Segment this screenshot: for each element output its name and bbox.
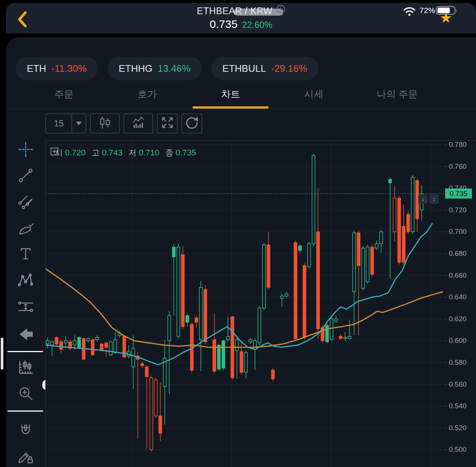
indicators-button[interactable] (123, 113, 153, 133)
chart-object-icon[interactable] (17, 359, 35, 378)
price-axis-label: 0.720 (449, 206, 467, 214)
ohlc-legend: 시0.720 고0.743 저0.710 종0.735 (50, 147, 202, 158)
brush-icon[interactable] (17, 220, 34, 238)
gap-band (0, 33, 476, 37)
indicators-icon (131, 115, 146, 132)
header-bar: ETHBEAR / KRW 0.73522.60% 72% ★ (6, 3, 476, 34)
trendline-icon[interactable] (17, 167, 34, 186)
price-axis-label: 0.680 (449, 249, 467, 258)
price-axis-label: 0.560 (449, 380, 467, 389)
tab-my-orders[interactable]: 나의 주문 (356, 83, 439, 106)
legend-low-value: 0.710 (139, 148, 159, 158)
app-screen: ETHBEAR / KRW 0.73522.60% 72% ★ ETH -11 (0, 0, 476, 467)
zoom-in-icon[interactable] (17, 385, 34, 403)
status-bar-right: 72% ★ (400, 4, 467, 33)
text-tool-icon[interactable] (17, 245, 34, 264)
collapse-arrow-icon[interactable] (17, 327, 34, 343)
tab-chart[interactable]: 차트 (189, 83, 272, 106)
tab-order[interactable]: 주문 (22, 83, 106, 106)
info-icon[interactable] (276, 4, 285, 15)
price-chart[interactable]: 시0.720 고0.743 저0.710 종0.735 ↓ ↕ (45, 140, 445, 467)
price-axis-label: 0.580 (449, 358, 467, 367)
interval-value: 15 (46, 118, 71, 129)
refresh-button[interactable] (181, 113, 202, 133)
tab-bar: 주문 호가 차트 시세 나의 주문 (22, 83, 439, 106)
ticker-chip-ethbull[interactable]: ETHBULL -29.16% (211, 57, 318, 80)
candlestick-icon (97, 115, 112, 132)
candle-style-button[interactable] (90, 113, 120, 133)
scrollbar-indicator[interactable] (1, 338, 3, 370)
ticker-pct: -11.30% (51, 63, 87, 74)
pair-title: ETHBEAR / KRW (197, 6, 272, 16)
wifi-icon (403, 7, 416, 16)
price-axis-label: 0.700 (449, 228, 467, 236)
current-change-pct: 22.60% (242, 20, 272, 30)
ticker-chip-eth[interactable]: ETH -11.30% (16, 57, 98, 80)
price-axis-label: 0.780 (449, 141, 467, 149)
tab-orderbook[interactable]: 호가 (106, 83, 189, 106)
price-axis-label: 0.600 (449, 336, 467, 345)
price-axis-label: 0.620 (449, 315, 467, 323)
ticker-chips: ETH -11.30% ETHHG 13.46% ETHBULL -29.16% (16, 57, 318, 80)
magnet-icon[interactable] (17, 422, 34, 441)
position-tool-icon[interactable] (17, 298, 34, 317)
battery-percent: 72% (419, 6, 435, 15)
price-axis-label: 0.660 (449, 271, 467, 280)
legend-high-value: 0.743 (102, 148, 122, 158)
toolbar-separator (7, 351, 43, 352)
ticker-pct: 13.46% (158, 63, 190, 74)
current-price: 0.735 (210, 18, 238, 30)
toolbar-separator (7, 410, 43, 412)
scroll-down-button[interactable]: ↓ (418, 194, 428, 204)
ticker-chip-ethhg[interactable]: ETHHG 13.46% (107, 57, 202, 80)
tabbar-divider (6, 109, 476, 109)
price-axis-label: 0.500 (449, 445, 467, 454)
fullscreen-icon (160, 116, 174, 131)
legend-close-label: 종 (165, 147, 173, 158)
last-price-label: 0.735 (445, 189, 472, 199)
drawing-toolbar (6, 126, 45, 467)
price-axis-label: 0.640 (449, 293, 467, 301)
content-panel: ETH -11.30% ETHHG 13.46% ETHBULL -29.16%… (6, 37, 476, 467)
price-axis-label: 0.520 (449, 424, 467, 432)
tab-price[interactable]: 시세 (272, 83, 356, 106)
chart-toolbar: 15 (45, 113, 202, 133)
chevron-down-icon (76, 122, 82, 125)
price-axis[interactable]: 0.7800.7600.7400.7200.7000.6800.6600.640… (445, 140, 476, 467)
xabcd-pattern-icon[interactable] (17, 272, 34, 290)
legend-low-label: 저 (128, 147, 136, 158)
favorite-star-icon[interactable]: ★ (440, 10, 452, 26)
autoscale-button[interactable]: ↕ (429, 194, 438, 204)
price-axis-label: 0.760 (449, 162, 467, 171)
fullscreen-button[interactable] (157, 113, 178, 133)
legend-open-value: 0.720 (65, 148, 86, 158)
ticker-pct: -29.16% (271, 63, 307, 74)
crosshair-icon[interactable] (17, 141, 34, 160)
ticker-symbol: ETHHG (119, 63, 152, 74)
refresh-icon (184, 115, 199, 132)
legend-close-value: 0.735 (176, 148, 196, 158)
ticker-symbol: ETHBULL (222, 63, 266, 74)
draw-lock-icon[interactable] (17, 448, 35, 466)
ticker-symbol: ETH (27, 63, 46, 74)
pitchfork-icon[interactable] (17, 193, 34, 212)
legend-high-label: 고 (91, 147, 100, 158)
interval-dropdown[interactable]: 15 (45, 113, 86, 133)
price-axis-label: 0.540 (449, 402, 467, 410)
